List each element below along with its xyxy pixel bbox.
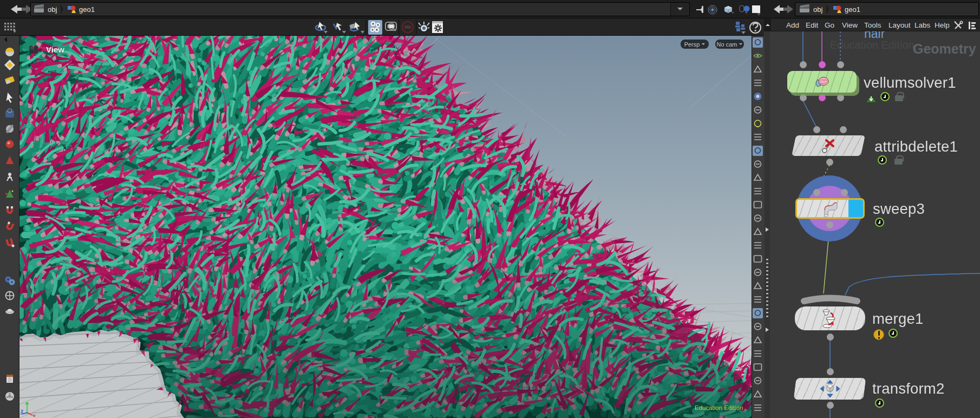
svg-text:z: z	[21, 408, 24, 414]
svg-text:x: x	[32, 413, 36, 417]
